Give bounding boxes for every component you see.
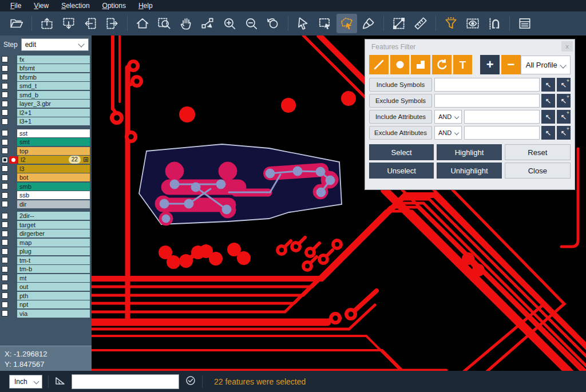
layer-name[interactable]: 2dir-- bbox=[17, 212, 90, 220]
layer-row[interactable]: smb bbox=[0, 182, 92, 191]
include-attributes-input[interactable] bbox=[464, 110, 540, 124]
layer-row[interactable]: smt bbox=[0, 138, 92, 147]
layer-visibility-checkbox[interactable] bbox=[2, 139, 8, 145]
measure-button[interactable] bbox=[389, 14, 409, 33]
select-arrow-button[interactable] bbox=[293, 14, 314, 33]
zoom-area-button[interactable] bbox=[154, 14, 175, 33]
layer-visibility-checkbox[interactable] bbox=[2, 292, 8, 299]
layer-visibility-checkbox[interactable] bbox=[2, 148, 8, 154]
layer-name[interactable]: tm-b bbox=[17, 265, 90, 273]
layer-name[interactable]: smt bbox=[17, 138, 90, 146]
units-select[interactable]: Inch bbox=[9, 375, 42, 389]
include-symbols-button[interactable]: Include Symbols bbox=[369, 78, 432, 92]
pick-add-symbol-button[interactable]: ↖+ bbox=[557, 78, 571, 92]
text-type-button[interactable]: T bbox=[453, 55, 473, 74]
pick-attribute-button[interactable]: ↖ bbox=[541, 126, 555, 140]
layer-name[interactable]: tm-t bbox=[17, 256, 90, 264]
dialog-title-bar[interactable]: Features Filter x bbox=[365, 39, 575, 54]
menu-options[interactable]: Options bbox=[97, 1, 132, 11]
surface-type-button[interactable] bbox=[411, 55, 430, 74]
layer-visibility-checkbox[interactable] bbox=[2, 56, 8, 62]
layer-visibility-checkbox[interactable] bbox=[2, 266, 8, 272]
zoom-previous-button[interactable] bbox=[263, 14, 283, 33]
layer-row[interactable]: layer_3.gbr bbox=[0, 100, 92, 109]
layer-visibility-checkbox[interactable] bbox=[2, 221, 8, 228]
ruler-button[interactable] bbox=[410, 14, 431, 33]
step-select[interactable]: edit bbox=[21, 38, 89, 51]
pad-type-button[interactable] bbox=[390, 55, 410, 74]
layer-visibility-checkbox[interactable] bbox=[2, 92, 8, 98]
menu-selection[interactable]: Selection bbox=[56, 1, 95, 11]
layer-name[interactable]: sst bbox=[17, 129, 90, 137]
layer-visibility-checkbox[interactable] bbox=[2, 118, 8, 125]
arc-type-button[interactable] bbox=[432, 55, 452, 74]
layer-name[interactable]: target bbox=[17, 221, 90, 229]
layer-visibility-checkbox[interactable] bbox=[2, 192, 8, 199]
layer-name[interactable]: smd_b bbox=[17, 91, 90, 99]
pan-right-button[interactable] bbox=[102, 14, 122, 33]
zoom-out-button[interactable] bbox=[241, 14, 262, 33]
layer-visibility-checkbox[interactable] bbox=[2, 74, 8, 80]
layer-row-selected[interactable]: l2 22 ⊞ bbox=[0, 156, 92, 165]
layer-row[interactable]: smd_b bbox=[0, 90, 92, 100]
menu-file[interactable]: File bbox=[5, 1, 27, 11]
poly-select-button[interactable] bbox=[336, 14, 357, 33]
select-button[interactable]: Select bbox=[369, 144, 434, 160]
include-attributes-button[interactable]: Include Attributes bbox=[369, 110, 432, 124]
pick-symbol-button[interactable]: ↖ bbox=[541, 94, 555, 108]
layer-row[interactable]: bfsmt bbox=[0, 64, 92, 73]
layer-visibility-checkbox[interactable] bbox=[2, 65, 8, 72]
layer-row[interactable]: fx bbox=[0, 55, 92, 64]
refresh-status-button[interactable] bbox=[185, 375, 196, 389]
layer-row[interactable]: smd_t bbox=[0, 82, 92, 91]
layer-name[interactable]: layer_3.gbr bbox=[17, 100, 90, 108]
layer-visibility-checkbox[interactable] bbox=[2, 213, 8, 219]
pan-hand-button[interactable] bbox=[176, 14, 196, 33]
pan-down-button[interactable] bbox=[58, 14, 79, 33]
layer-row[interactable]: pth bbox=[0, 291, 92, 300]
pick-add-attribute-button[interactable]: ↖+ bbox=[557, 110, 571, 124]
pan-up-button[interactable] bbox=[37, 14, 57, 33]
pan-left-button[interactable] bbox=[80, 14, 101, 33]
command-input[interactable] bbox=[72, 374, 179, 389]
pick-symbol-button[interactable]: ↖ bbox=[541, 78, 555, 92]
layer-name[interactable]: dirgerber bbox=[17, 229, 90, 237]
layer-row[interactable]: 2dir-- bbox=[0, 212, 92, 221]
exclude-symbols-input[interactable] bbox=[434, 94, 540, 108]
layer-visibility-checkbox[interactable] bbox=[2, 248, 8, 255]
profile-select[interactable]: All Profile bbox=[521, 56, 571, 74]
layer-visibility-checkbox[interactable] bbox=[2, 201, 8, 207]
layer-row[interactable]: l2+1 bbox=[0, 108, 92, 117]
layer-name[interactable]: bfsmb bbox=[17, 73, 90, 81]
positive-polarity-button[interactable]: + bbox=[480, 55, 500, 74]
layer-row[interactable]: map bbox=[0, 238, 92, 247]
exclude-symbols-button[interactable]: Exclude Symbols bbox=[369, 94, 432, 108]
move-vertex-button[interactable] bbox=[197, 14, 218, 33]
layer-visibility-checkbox[interactable] bbox=[2, 101, 8, 107]
close-icon[interactable]: x bbox=[561, 41, 573, 52]
layer-row[interactable]: dirgerber bbox=[0, 229, 92, 239]
layer-row[interactable]: npt bbox=[0, 300, 92, 310]
layer-visibility-checkbox[interactable] bbox=[2, 175, 8, 181]
layer-name[interactable]: mt bbox=[17, 274, 90, 282]
layer-row[interactable]: bot bbox=[0, 173, 92, 183]
layer-name[interactable]: bot bbox=[17, 173, 90, 181]
home-view-button[interactable] bbox=[132, 14, 153, 33]
layer-name[interactable]: pth bbox=[17, 292, 90, 300]
include-attributes-logic-select[interactable]: AND bbox=[434, 110, 462, 124]
layer-name[interactable]: fx bbox=[17, 56, 90, 64]
angle-mode-button[interactable] bbox=[54, 375, 66, 389]
layer-row[interactable]: l3 bbox=[0, 164, 92, 173]
layer-name[interactable]: npt bbox=[17, 300, 90, 308]
layer-visibility-checkbox[interactable] bbox=[2, 165, 8, 172]
layer-name[interactable]: map bbox=[17, 239, 90, 247]
snap-button[interactable] bbox=[484, 14, 505, 33]
layer-row[interactable]: dir bbox=[0, 200, 92, 209]
layer-visibility-checkbox[interactable] bbox=[2, 83, 8, 89]
layer-name[interactable]: plug bbox=[17, 247, 90, 255]
layer-visibility-checkbox[interactable] bbox=[2, 284, 8, 290]
layer-name[interactable]: l2+1 bbox=[17, 109, 90, 117]
features-filter-button[interactable] bbox=[441, 14, 461, 33]
menu-view[interactable]: View bbox=[28, 1, 54, 11]
rect-select-button[interactable] bbox=[315, 14, 335, 33]
